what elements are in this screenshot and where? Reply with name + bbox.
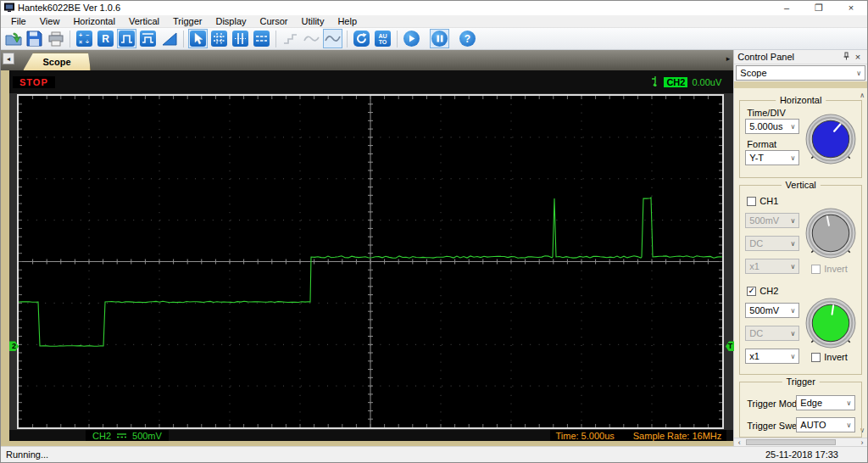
- toolbar: + −× ÷ R: [1, 28, 867, 50]
- tab-scroll-right-icon[interactable]: ▸: [726, 54, 731, 63]
- start-button[interactable]: [402, 29, 421, 48]
- linear-interpolation-button[interactable]: [302, 29, 321, 48]
- chevron-down-icon: ∨: [790, 154, 795, 162]
- sine-interpolation-button[interactable]: [323, 29, 342, 48]
- toolbar-separator: [347, 31, 348, 47]
- ch1-position-knob[interactable]: [804, 207, 857, 259]
- pin-icon[interactable]: [840, 52, 852, 62]
- save-button[interactable]: [25, 29, 44, 48]
- cursor-select-button[interactable]: [188, 29, 208, 48]
- tab-scroll-left-icon[interactable]: ◂: [3, 53, 14, 64]
- datetime: 25-11-2018 17:33: [765, 449, 838, 460]
- control-panel-content: ∧ ∨ Horizontal Time/DIV 5.000us∨ Format …: [734, 88, 867, 438]
- menu-trigger[interactable]: Trigger: [166, 15, 209, 28]
- trigger-mode-select[interactable]: Edge∨: [796, 395, 855, 410]
- negative-pulse-button[interactable]: [138, 29, 158, 48]
- horizontal-cursors-button[interactable]: [252, 29, 271, 48]
- checkbox-icon: [747, 197, 756, 206]
- waveform-svg: [19, 96, 722, 427]
- time-div-select[interactable]: 5.000us∨: [745, 119, 799, 134]
- scroll-right-icon[interactable]: ›: [857, 438, 867, 446]
- bottom-volt-per-div: 500mV: [132, 431, 162, 441]
- save-floppy-icon: [26, 31, 42, 47]
- time-per-div: Time: 5.000us: [555, 431, 614, 441]
- channel-voltage-readout: 0.00uV: [692, 77, 721, 87]
- scroll-up-icon[interactable]: ∧: [860, 92, 865, 99]
- menu-view[interactable]: View: [33, 15, 67, 28]
- chevron-down-icon: ∨: [790, 217, 795, 225]
- menu-utility[interactable]: Utility: [295, 15, 331, 28]
- format-select[interactable]: Y-T∨: [745, 150, 799, 165]
- trigger-sweep-select[interactable]: AUTO∨: [796, 417, 855, 432]
- step-display-button[interactable]: [281, 29, 300, 48]
- play-icon: [408, 35, 415, 42]
- status-bar: Running... 25-11-2018 17:33: [1, 446, 867, 462]
- print-button[interactable]: [46, 29, 65, 48]
- menu-help[interactable]: Help: [331, 15, 364, 28]
- control-panel: Control Panel × Scope ∨ ∧ ∨ Horizontal T…: [733, 50, 867, 446]
- menu-display[interactable]: Display: [209, 15, 253, 28]
- checkbox-icon: [811, 265, 821, 274]
- ch1-volt-select[interactable]: 500mV∨: [745, 213, 799, 228]
- reference-waveform-button[interactable]: R: [96, 29, 115, 48]
- sine-line-icon: [303, 31, 320, 47]
- pause-button[interactable]: [430, 29, 449, 48]
- math-operations-button[interactable]: + −× ÷: [75, 29, 94, 48]
- ch1-coupling-select[interactable]: DC∨: [745, 236, 799, 251]
- menu-cursor[interactable]: Cursor: [253, 15, 295, 28]
- ch2-invert-checkbox[interactable]: Invert: [811, 352, 848, 362]
- open-button[interactable]: [3, 29, 23, 48]
- scope-top-info-bar: STOP CH2 0.00uV: [9, 70, 733, 93]
- ramp-button[interactable]: [159, 29, 179, 48]
- toolbar-separator: [70, 31, 70, 47]
- window-controls: – ❐ ×: [771, 1, 867, 15]
- grid-cursors-button[interactable]: [209, 29, 229, 48]
- step-icon: [282, 31, 298, 47]
- restore-button[interactable]: ❐: [803, 1, 835, 15]
- scope-column: ◂ Scope ▸ STOP CH2 0.00uV: [1, 50, 733, 446]
- tab-scope[interactable]: Scope: [23, 53, 91, 70]
- sine-icon: [325, 31, 341, 47]
- ch1-probe-select[interactable]: x1∨: [745, 259, 799, 274]
- ch2-volt-select[interactable]: 500mV∨: [745, 303, 799, 318]
- horizontal-knob[interactable]: [804, 113, 857, 165]
- menu-vertical[interactable]: Vertical: [122, 15, 166, 28]
- ch2-checkbox[interactable]: ✓ CH2: [747, 286, 778, 296]
- waveform-display[interactable]: [17, 94, 724, 429]
- panel-horizontal-scrollbar[interactable]: ‹ ›: [734, 438, 867, 446]
- trigger-mode-label: Trigger Mode: [747, 399, 802, 409]
- grid-icon: [212, 31, 226, 46]
- positive-pulse-button[interactable]: [117, 29, 136, 48]
- refresh-button[interactable]: [352, 29, 371, 48]
- close-button[interactable]: ×: [835, 1, 867, 15]
- tab-bar: ◂ Scope ▸: [1, 50, 733, 70]
- checkbox-icon: [811, 353, 821, 362]
- ch1-checkbox[interactable]: CH1: [747, 196, 778, 206]
- acquisition-status-badge: STOP: [13, 76, 55, 88]
- chevron-down-icon: ∨: [790, 330, 795, 337]
- ch2-position-knob[interactable]: [804, 297, 857, 349]
- vertical-cursors-button[interactable]: [231, 29, 250, 48]
- help-button[interactable]: ?: [458, 29, 477, 48]
- ch2-probe-select[interactable]: x1∨: [745, 349, 799, 364]
- pause-icon: [437, 35, 443, 42]
- chevron-down-icon: ∨: [856, 70, 861, 77]
- scroll-left-icon[interactable]: ‹: [734, 438, 744, 446]
- panel-selector-dropdown[interactable]: Scope ∨: [736, 65, 865, 81]
- vertical-cursors-icon: [233, 31, 248, 46]
- toolbar-separator: [397, 31, 398, 47]
- format-label: Format: [747, 139, 776, 149]
- control-panel-title: Control Panel: [737, 52, 840, 62]
- menu-file[interactable]: File: [4, 15, 33, 28]
- chevron-down-icon: ∨: [790, 353, 795, 360]
- ch1-invert-checkbox[interactable]: Invert: [811, 264, 848, 274]
- menu-horizontal[interactable]: Horizontal: [66, 15, 122, 28]
- minimize-button[interactable]: –: [771, 1, 803, 15]
- printer-icon: [47, 31, 64, 47]
- autoset-button[interactable]: AUTO: [373, 29, 392, 48]
- application-window: Hantek6022BE Ver 1.0.6 – ❐ × File View H…: [0, 0, 868, 463]
- panel-close-icon[interactable]: ×: [852, 52, 864, 62]
- scope-panel: STOP CH2 0.00uV 2 T CH2: [9, 70, 733, 441]
- scrollbar-thumb[interactable]: [746, 439, 836, 445]
- ch2-coupling-select[interactable]: DC∨: [745, 326, 799, 341]
